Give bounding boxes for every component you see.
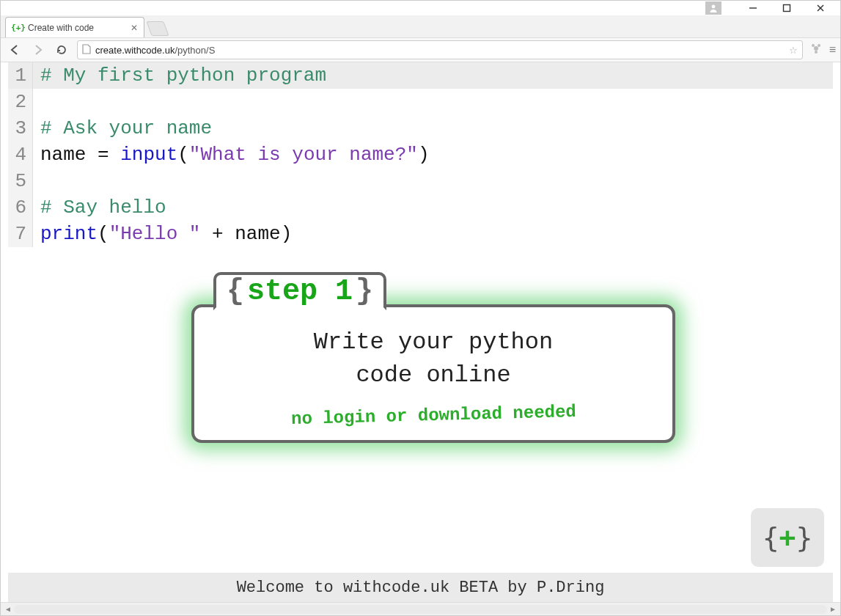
chrome-right-icons: ≡ xyxy=(810,43,834,57)
plus-icon: + xyxy=(779,521,796,554)
brace-left-icon: { xyxy=(763,521,779,554)
line-number: 1 xyxy=(8,62,33,89)
tab-close-icon[interactable]: ✕ xyxy=(131,23,138,33)
brace-right-icon: } xyxy=(796,521,812,554)
code-line[interactable]: 2 xyxy=(8,89,833,115)
forward-button[interactable] xyxy=(30,41,46,59)
svg-point-8 xyxy=(815,51,818,54)
brace-left-icon: { xyxy=(227,275,244,308)
line-number: 7 xyxy=(8,221,33,247)
minimize-button[interactable] xyxy=(736,1,770,15)
popup-body-line-2: code online xyxy=(209,359,658,392)
new-tab-button[interactable] xyxy=(146,21,169,36)
page-content: 1# My first python program23# Ask your n… xyxy=(1,62,840,602)
code-line[interactable]: 1# My first python program xyxy=(8,62,833,89)
popup-body-line-1: Write your python xyxy=(209,326,658,359)
brace-right-icon: } xyxy=(356,275,373,308)
favicon-icon: {+} xyxy=(13,23,23,33)
chrome-menu-icon[interactable]: ≡ xyxy=(829,43,834,56)
window-titlebar xyxy=(1,1,840,15)
scroll-left-icon[interactable]: ◄ xyxy=(2,605,14,613)
bookmark-star-icon[interactable]: ☆ xyxy=(789,45,798,56)
extension-icon[interactable] xyxy=(810,43,822,57)
line-number: 3 xyxy=(8,115,33,142)
code-text[interactable]: # Say hello xyxy=(33,194,833,221)
tutorial-popup: { step 1 } Write your python code online… xyxy=(191,304,675,443)
footer-text: Welcome to withcode.uk BETA by P.Dring xyxy=(237,579,605,597)
popup-step-label: step 1 xyxy=(244,275,356,308)
reload-button[interactable] xyxy=(54,41,70,59)
svg-point-6 xyxy=(812,44,815,47)
horizontal-scrollbar[interactable]: ◄ ► xyxy=(1,602,840,615)
tab-strip: {+} Create with code ✕ xyxy=(1,15,840,37)
url-text: create.withcode.uk/python/S xyxy=(95,45,785,56)
svg-point-5 xyxy=(814,46,818,51)
tab-title: Create with code xyxy=(28,23,94,33)
scroll-right-icon[interactable]: ► xyxy=(827,605,839,613)
code-text[interactable] xyxy=(33,168,833,194)
code-line[interactable]: 4name = input("What is your name?") xyxy=(8,142,833,168)
code-text[interactable]: # My first python program xyxy=(33,62,833,89)
back-button[interactable] xyxy=(7,41,23,59)
code-text[interactable]: # Ask your name xyxy=(33,115,833,142)
svg-point-0 xyxy=(712,5,716,9)
browser-toolbar: create.withcode.uk/python/S ☆ ≡ xyxy=(1,37,840,62)
code-text[interactable]: print("Hello " + name) xyxy=(33,221,833,247)
footer-bar: Welcome to withcode.uk BETA by P.Dring xyxy=(8,573,833,602)
line-number: 6 xyxy=(8,194,33,221)
code-text[interactable] xyxy=(33,89,833,115)
popup-body: Write your python code online xyxy=(209,326,658,392)
code-text[interactable]: name = input("What is your name?") xyxy=(33,142,833,168)
code-line[interactable]: 5 xyxy=(8,168,833,194)
code-line[interactable]: 6# Say hello xyxy=(8,194,833,221)
code-line[interactable]: 3# Ask your name xyxy=(8,115,833,142)
browser-tab[interactable]: {+} Create with code ✕ xyxy=(5,17,144,37)
page-icon xyxy=(82,44,91,56)
svg-rect-2 xyxy=(784,5,790,12)
run-button[interactable]: {+} xyxy=(751,508,824,567)
account-icon[interactable] xyxy=(705,1,721,15)
maximize-button[interactable] xyxy=(770,1,804,15)
popup-step-tab: { step 1 } xyxy=(213,272,386,310)
address-bar[interactable]: create.withcode.uk/python/S ☆ xyxy=(77,40,803,59)
svg-point-7 xyxy=(818,44,820,47)
popup-subtext: no login or download needed xyxy=(290,402,576,429)
scroll-track[interactable] xyxy=(14,605,827,614)
code-line[interactable]: 7print("Hello " + name) xyxy=(8,221,833,247)
line-number: 5 xyxy=(8,168,33,194)
line-number: 4 xyxy=(8,142,33,168)
close-button[interactable] xyxy=(804,1,837,15)
line-number: 2 xyxy=(8,89,33,115)
